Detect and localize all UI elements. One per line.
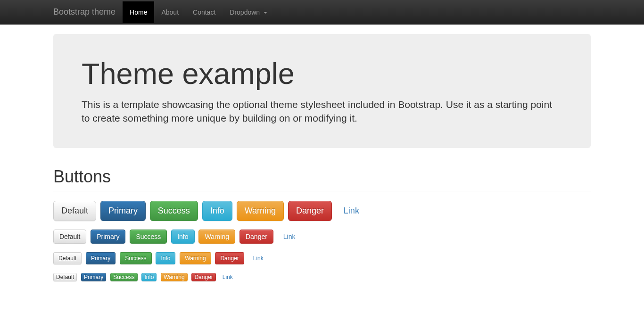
- link-button[interactable]: Link: [248, 253, 268, 264]
- danger-button[interactable]: Danger: [191, 273, 215, 281]
- success-button[interactable]: Success: [130, 230, 167, 244]
- danger-button[interactable]: Danger: [288, 201, 332, 221]
- link-button[interactable]: Link: [220, 273, 235, 281]
- button-row-xs: Default Primary Success Info Warning Dan…: [53, 273, 591, 281]
- nav-item-about[interactable]: About: [154, 1, 186, 23]
- navbar-nav: Home About Contact Dropdown: [123, 1, 274, 23]
- link-button[interactable]: Link: [278, 230, 301, 243]
- success-button[interactable]: Success: [110, 273, 137, 281]
- primary-button[interactable]: Primary: [86, 252, 116, 264]
- danger-button[interactable]: Danger: [215, 252, 244, 264]
- nav-item-contact[interactable]: Contact: [186, 1, 223, 23]
- info-button[interactable]: Info: [202, 201, 232, 221]
- navbar: Bootstrap theme Home About Contact Dropd…: [0, 0, 644, 25]
- danger-button[interactable]: Danger: [239, 230, 273, 244]
- nav-item-home[interactable]: Home: [123, 1, 154, 23]
- warning-button[interactable]: Warning: [198, 230, 235, 244]
- success-button[interactable]: Success: [150, 201, 198, 221]
- jumbotron-title: Theme example: [82, 57, 562, 90]
- caret-down-icon: [264, 12, 267, 14]
- link-button[interactable]: Link: [336, 201, 367, 221]
- info-button[interactable]: Info: [171, 230, 194, 244]
- default-button[interactable]: Default: [53, 273, 77, 281]
- primary-button[interactable]: Primary: [100, 201, 146, 221]
- button-row-sm: Default Primary Success Info Warning Dan…: [53, 252, 591, 264]
- primary-button[interactable]: Primary: [91, 230, 125, 244]
- info-button[interactable]: Info: [141, 273, 157, 281]
- page-header-buttons: Buttons: [53, 167, 591, 191]
- nav-item-dropdown[interactable]: Dropdown: [223, 1, 274, 23]
- button-row-lg: Default Primary Success Info Warning Dan…: [53, 201, 591, 221]
- warning-button[interactable]: Warning: [237, 201, 284, 221]
- default-button[interactable]: Default: [53, 252, 82, 264]
- jumbotron: Theme example This is a template showcas…: [53, 34, 591, 148]
- buttons-heading: Buttons: [53, 167, 591, 187]
- warning-button[interactable]: Warning: [161, 273, 187, 281]
- success-button[interactable]: Success: [120, 252, 151, 264]
- default-button[interactable]: Default: [53, 201, 96, 221]
- default-button[interactable]: Default: [53, 230, 86, 244]
- navbar-brand[interactable]: Bootstrap theme: [53, 0, 123, 24]
- button-row-md: Default Primary Success Info Warning Dan…: [53, 230, 591, 244]
- jumbotron-text: This is a template showcasing the option…: [82, 98, 562, 125]
- primary-button[interactable]: Primary: [81, 273, 106, 281]
- warning-button[interactable]: Warning: [180, 252, 211, 264]
- info-button[interactable]: Info: [156, 252, 175, 264]
